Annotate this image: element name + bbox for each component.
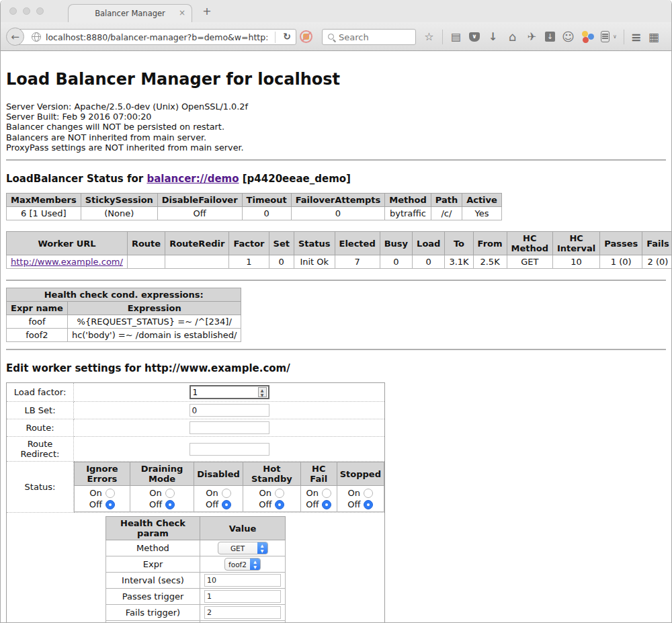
radio-ignore-errors-off[interactable] bbox=[106, 500, 115, 509]
table-row: http://www.example.com/ 1 0 Init Ok 7 0 … bbox=[7, 255, 672, 269]
url-bar[interactable]: localhost:8880/balancer-manager?b=demo&w… bbox=[15, 29, 296, 45]
chevron-down-icon[interactable]: ∨ bbox=[613, 34, 617, 40]
toolbar-buttons: ☆ ▤ ∨ ↓ ⌂ ✈ ↓ ☺ ∨ ≡ ▦ bbox=[423, 22, 659, 51]
browser-window: Balancer Manager × + ← localhost:8880/ba… bbox=[0, 0, 672, 623]
col-hc-interval: HC Interval bbox=[552, 232, 599, 255]
cell-busy: 0 bbox=[380, 255, 412, 269]
off-label: Off bbox=[206, 499, 218, 509]
radio-disabled-on[interactable] bbox=[222, 489, 231, 498]
col-passes: Passes bbox=[600, 232, 642, 255]
radio-draining-mode-on[interactable] bbox=[165, 489, 175, 498]
load-factor-input[interactable] bbox=[191, 388, 258, 397]
worker-url-link[interactable]: http://www.example.com/ bbox=[11, 257, 123, 267]
off-label: Off bbox=[149, 499, 162, 509]
col-timeout: Timeout bbox=[242, 194, 291, 207]
radio-stopped-on[interactable] bbox=[364, 489, 373, 498]
tab-balancer-manager[interactable]: Balancer Manager × bbox=[68, 4, 192, 22]
bookmark-star-icon[interactable]: ☆ bbox=[423, 30, 435, 43]
route-redirect-input[interactable] bbox=[190, 443, 269, 456]
cell-failoverattempts: 0 bbox=[291, 207, 385, 220]
traffic-lights bbox=[9, 7, 44, 15]
cell-path: /c/ bbox=[431, 207, 462, 220]
heading-prefix: LoadBalancer Status for bbox=[6, 173, 146, 185]
balancer-demo-link[interactable]: balancer://demo bbox=[146, 173, 239, 185]
col-route: Route bbox=[127, 232, 165, 255]
back-button[interactable]: ← bbox=[6, 28, 24, 46]
reload-icon[interactable]: ↻ bbox=[283, 31, 291, 42]
hc-expr-select[interactable]: foof2 ▲▼ bbox=[224, 558, 261, 571]
edit-worker-heading: Edit worker settings for http://www.exam… bbox=[6, 362, 666, 374]
cell-set: 0 bbox=[269, 255, 294, 269]
hc-passes-label: Passes trigger bbox=[106, 589, 200, 605]
persist-note-line: Balancer changes will NOT be persisted o… bbox=[6, 122, 666, 132]
radio-hc-fail-on[interactable] bbox=[322, 489, 331, 498]
pocket-icon[interactable]: ∨ bbox=[469, 32, 480, 42]
save-page-icon[interactable]: ↓ bbox=[545, 32, 555, 42]
radio-hot-standby-on[interactable] bbox=[275, 489, 284, 498]
hc-interval-input[interactable] bbox=[204, 574, 281, 587]
route-input[interactable] bbox=[190, 421, 269, 434]
on-label: On bbox=[89, 488, 101, 498]
cell-method: bytraffic bbox=[385, 207, 431, 220]
col-expr-name: Expr name bbox=[7, 302, 68, 315]
cell-expression: %{REQUEST_STATUS} =~ /^[234]/ bbox=[67, 315, 241, 329]
on-label: On bbox=[259, 488, 271, 498]
hc-method-select[interactable]: GET ▲▼ bbox=[218, 542, 268, 554]
col-status: Status bbox=[294, 232, 335, 255]
reading-list-icon[interactable]: ▤ bbox=[450, 30, 462, 43]
zoom-window-button[interactable] bbox=[36, 7, 44, 15]
send-tab-icon[interactable]: ✈ bbox=[526, 30, 538, 43]
cell-hc-method: GET bbox=[507, 255, 552, 269]
lb-set-input[interactable] bbox=[190, 404, 269, 417]
site-identity-globe-icon[interactable] bbox=[32, 32, 41, 42]
radio-hc-fail-off[interactable] bbox=[322, 500, 331, 509]
url-text[interactable]: localhost:8880/balancer-manager?b=demo&w… bbox=[46, 32, 267, 42]
home-icon[interactable]: ⌂ bbox=[506, 30, 519, 43]
on-label: On bbox=[206, 488, 218, 498]
radio-stopped-off[interactable] bbox=[364, 500, 373, 509]
chat-smiley-icon[interactable]: ☺ bbox=[562, 30, 575, 43]
status-table: Ignore Errors Draining Mode Disabled Hot… bbox=[74, 462, 384, 512]
close-window-button[interactable] bbox=[9, 7, 17, 15]
on-label: On bbox=[348, 488, 360, 498]
tab-title: Balancer Manager bbox=[95, 9, 165, 18]
hc-row-passes: Passes trigger bbox=[106, 589, 286, 605]
edit-worker-form: Load factor: ▲▼ LB Set: Route: Route Red… bbox=[6, 382, 385, 623]
balancer-status-table: MaxMembers StickySession DisableFailover… bbox=[6, 193, 502, 220]
tab-close-icon[interactable]: × bbox=[179, 8, 185, 17]
radio-draining-mode-off[interactable] bbox=[165, 500, 175, 509]
radio-disabled-off[interactable] bbox=[222, 500, 231, 509]
hc-fails-input[interactable] bbox=[204, 606, 281, 619]
col-hc-value: Value bbox=[200, 517, 286, 540]
adblock-icon[interactable] bbox=[300, 30, 312, 43]
hc-row-method: Method GET ▲▼ bbox=[106, 540, 286, 556]
number-stepper-icon[interactable]: ▲▼ bbox=[258, 387, 267, 397]
new-tab-button[interactable]: + bbox=[200, 5, 214, 17]
cell-expr-name: foof bbox=[7, 315, 68, 329]
form-row-route-redirect: Route Redirect: bbox=[7, 437, 385, 462]
hc-uri-label: HC uri bbox=[106, 621, 200, 623]
list-panel-icon[interactable] bbox=[601, 31, 610, 42]
hc-params-table: Health Check param Value Method GET ▲▼ bbox=[106, 516, 286, 623]
downloads-icon[interactable]: ↓ bbox=[487, 30, 499, 43]
col-hc-fail: HC Fail bbox=[300, 462, 337, 486]
colored-dots-extension-icon[interactable] bbox=[581, 30, 594, 43]
col-ignore-errors: Ignore Errors bbox=[75, 462, 130, 486]
radio-hot-standby-off[interactable] bbox=[275, 500, 284, 509]
hc-method-selected-value: GET bbox=[218, 542, 257, 554]
urlbar-divider bbox=[275, 32, 276, 43]
hc-interval-label: Interval (secs) bbox=[106, 573, 200, 589]
grid-extension-icon[interactable]: ▦ bbox=[648, 30, 659, 44]
menu-hamburger-icon[interactable]: ≡ bbox=[631, 30, 642, 44]
minimize-window-button[interactable] bbox=[23, 7, 30, 15]
radio-ignore-errors-on[interactable] bbox=[106, 489, 115, 498]
cell-passes: 1 (0) bbox=[600, 255, 642, 269]
divider bbox=[6, 159, 666, 161]
cell-fails: 2 (0) bbox=[642, 255, 671, 269]
search-bar[interactable] bbox=[322, 29, 416, 45]
hc-passes-input[interactable] bbox=[204, 590, 281, 603]
status-cell-ignore-errors: On Off bbox=[75, 486, 130, 512]
divider bbox=[6, 349, 666, 350]
table-row: 6 [1 Used] (None) Off 0 0 bytraffic /c/ … bbox=[7, 207, 502, 220]
search-input[interactable] bbox=[339, 30, 411, 44]
